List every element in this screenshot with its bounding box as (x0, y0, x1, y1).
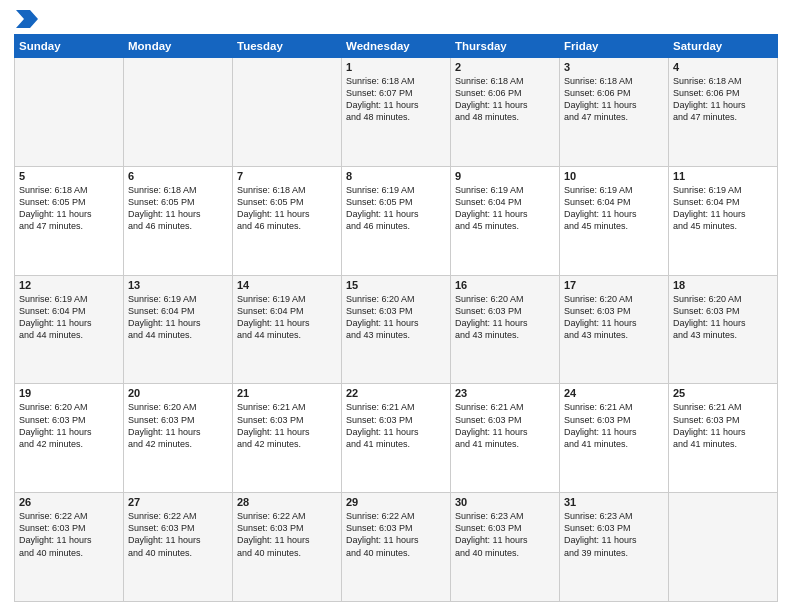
day-number: 1 (346, 61, 446, 73)
day-info: Sunrise: 6:18 AM Sunset: 6:07 PM Dayligh… (346, 75, 446, 124)
calendar-table: Sunday Monday Tuesday Wednesday Thursday… (14, 34, 778, 602)
header (14, 10, 778, 28)
day-info: Sunrise: 6:20 AM Sunset: 6:03 PM Dayligh… (564, 293, 664, 342)
day-number: 6 (128, 170, 228, 182)
day-number: 4 (673, 61, 773, 73)
table-row: 3Sunrise: 6:18 AM Sunset: 6:06 PM Daylig… (560, 58, 669, 167)
day-number: 19 (19, 387, 119, 399)
day-number: 25 (673, 387, 773, 399)
day-number: 5 (19, 170, 119, 182)
page-container: Sunday Monday Tuesday Wednesday Thursday… (0, 0, 792, 612)
logo-top (14, 10, 38, 28)
day-info: Sunrise: 6:22 AM Sunset: 6:03 PM Dayligh… (237, 510, 337, 559)
table-row: 5Sunrise: 6:18 AM Sunset: 6:05 PM Daylig… (15, 166, 124, 275)
calendar-week-row: 1Sunrise: 6:18 AM Sunset: 6:07 PM Daylig… (15, 58, 778, 167)
table-row: 26Sunrise: 6:22 AM Sunset: 6:03 PM Dayli… (15, 493, 124, 602)
table-row: 4Sunrise: 6:18 AM Sunset: 6:06 PM Daylig… (669, 58, 778, 167)
day-number: 16 (455, 279, 555, 291)
day-number: 11 (673, 170, 773, 182)
day-info: Sunrise: 6:22 AM Sunset: 6:03 PM Dayligh… (128, 510, 228, 559)
table-row: 13Sunrise: 6:19 AM Sunset: 6:04 PM Dayli… (124, 275, 233, 384)
table-row: 24Sunrise: 6:21 AM Sunset: 6:03 PM Dayli… (560, 384, 669, 493)
day-info: Sunrise: 6:20 AM Sunset: 6:03 PM Dayligh… (346, 293, 446, 342)
day-number: 13 (128, 279, 228, 291)
table-row: 2Sunrise: 6:18 AM Sunset: 6:06 PM Daylig… (451, 58, 560, 167)
day-info: Sunrise: 6:23 AM Sunset: 6:03 PM Dayligh… (455, 510, 555, 559)
day-info: Sunrise: 6:21 AM Sunset: 6:03 PM Dayligh… (237, 401, 337, 450)
table-row: 14Sunrise: 6:19 AM Sunset: 6:04 PM Dayli… (233, 275, 342, 384)
day-number: 14 (237, 279, 337, 291)
logo-arrow-icon (16, 10, 38, 28)
day-number: 7 (237, 170, 337, 182)
col-sunday: Sunday (15, 35, 124, 58)
day-info: Sunrise: 6:22 AM Sunset: 6:03 PM Dayligh… (19, 510, 119, 559)
table-row: 12Sunrise: 6:19 AM Sunset: 6:04 PM Dayli… (15, 275, 124, 384)
day-number: 30 (455, 496, 555, 508)
day-number: 31 (564, 496, 664, 508)
day-info: Sunrise: 6:18 AM Sunset: 6:05 PM Dayligh… (19, 184, 119, 233)
day-number: 18 (673, 279, 773, 291)
day-number: 24 (564, 387, 664, 399)
day-number: 21 (237, 387, 337, 399)
day-info: Sunrise: 6:21 AM Sunset: 6:03 PM Dayligh… (673, 401, 773, 450)
table-row: 22Sunrise: 6:21 AM Sunset: 6:03 PM Dayli… (342, 384, 451, 493)
table-row: 29Sunrise: 6:22 AM Sunset: 6:03 PM Dayli… (342, 493, 451, 602)
day-number: 10 (564, 170, 664, 182)
day-number: 17 (564, 279, 664, 291)
day-info: Sunrise: 6:18 AM Sunset: 6:05 PM Dayligh… (237, 184, 337, 233)
table-row: 31Sunrise: 6:23 AM Sunset: 6:03 PM Dayli… (560, 493, 669, 602)
day-number: 3 (564, 61, 664, 73)
day-number: 23 (455, 387, 555, 399)
table-row: 15Sunrise: 6:20 AM Sunset: 6:03 PM Dayli… (342, 275, 451, 384)
table-row: 9Sunrise: 6:19 AM Sunset: 6:04 PM Daylig… (451, 166, 560, 275)
day-info: Sunrise: 6:19 AM Sunset: 6:04 PM Dayligh… (237, 293, 337, 342)
table-row (124, 58, 233, 167)
col-wednesday: Wednesday (342, 35, 451, 58)
col-saturday: Saturday (669, 35, 778, 58)
day-number: 15 (346, 279, 446, 291)
day-info: Sunrise: 6:20 AM Sunset: 6:03 PM Dayligh… (673, 293, 773, 342)
col-monday: Monday (124, 35, 233, 58)
day-info: Sunrise: 6:22 AM Sunset: 6:03 PM Dayligh… (346, 510, 446, 559)
day-number: 2 (455, 61, 555, 73)
day-info: Sunrise: 6:19 AM Sunset: 6:04 PM Dayligh… (455, 184, 555, 233)
day-number: 8 (346, 170, 446, 182)
svg-marker-0 (16, 10, 38, 28)
day-info: Sunrise: 6:21 AM Sunset: 6:03 PM Dayligh… (346, 401, 446, 450)
table-row: 17Sunrise: 6:20 AM Sunset: 6:03 PM Dayli… (560, 275, 669, 384)
calendar-week-row: 12Sunrise: 6:19 AM Sunset: 6:04 PM Dayli… (15, 275, 778, 384)
table-row (15, 58, 124, 167)
day-info: Sunrise: 6:20 AM Sunset: 6:03 PM Dayligh… (19, 401, 119, 450)
day-info: Sunrise: 6:19 AM Sunset: 6:04 PM Dayligh… (19, 293, 119, 342)
day-info: Sunrise: 6:21 AM Sunset: 6:03 PM Dayligh… (564, 401, 664, 450)
day-number: 28 (237, 496, 337, 508)
calendar-week-row: 26Sunrise: 6:22 AM Sunset: 6:03 PM Dayli… (15, 493, 778, 602)
logo (14, 10, 38, 28)
col-friday: Friday (560, 35, 669, 58)
col-thursday: Thursday (451, 35, 560, 58)
table-row: 21Sunrise: 6:21 AM Sunset: 6:03 PM Dayli… (233, 384, 342, 493)
calendar-week-row: 19Sunrise: 6:20 AM Sunset: 6:03 PM Dayli… (15, 384, 778, 493)
table-row: 19Sunrise: 6:20 AM Sunset: 6:03 PM Dayli… (15, 384, 124, 493)
table-row: 10Sunrise: 6:19 AM Sunset: 6:04 PM Dayli… (560, 166, 669, 275)
day-number: 29 (346, 496, 446, 508)
calendar-week-row: 5Sunrise: 6:18 AM Sunset: 6:05 PM Daylig… (15, 166, 778, 275)
day-info: Sunrise: 6:18 AM Sunset: 6:05 PM Dayligh… (128, 184, 228, 233)
table-row: 8Sunrise: 6:19 AM Sunset: 6:05 PM Daylig… (342, 166, 451, 275)
day-info: Sunrise: 6:20 AM Sunset: 6:03 PM Dayligh… (455, 293, 555, 342)
day-number: 22 (346, 387, 446, 399)
day-number: 12 (19, 279, 119, 291)
col-tuesday: Tuesday (233, 35, 342, 58)
table-row: 27Sunrise: 6:22 AM Sunset: 6:03 PM Dayli… (124, 493, 233, 602)
day-info: Sunrise: 6:19 AM Sunset: 6:05 PM Dayligh… (346, 184, 446, 233)
table-row: 7Sunrise: 6:18 AM Sunset: 6:05 PM Daylig… (233, 166, 342, 275)
day-number: 26 (19, 496, 119, 508)
day-info: Sunrise: 6:19 AM Sunset: 6:04 PM Dayligh… (673, 184, 773, 233)
day-info: Sunrise: 6:18 AM Sunset: 6:06 PM Dayligh… (673, 75, 773, 124)
day-number: 20 (128, 387, 228, 399)
table-row: 23Sunrise: 6:21 AM Sunset: 6:03 PM Dayli… (451, 384, 560, 493)
day-info: Sunrise: 6:21 AM Sunset: 6:03 PM Dayligh… (455, 401, 555, 450)
day-number: 27 (128, 496, 228, 508)
table-row: 6Sunrise: 6:18 AM Sunset: 6:05 PM Daylig… (124, 166, 233, 275)
table-row: 30Sunrise: 6:23 AM Sunset: 6:03 PM Dayli… (451, 493, 560, 602)
